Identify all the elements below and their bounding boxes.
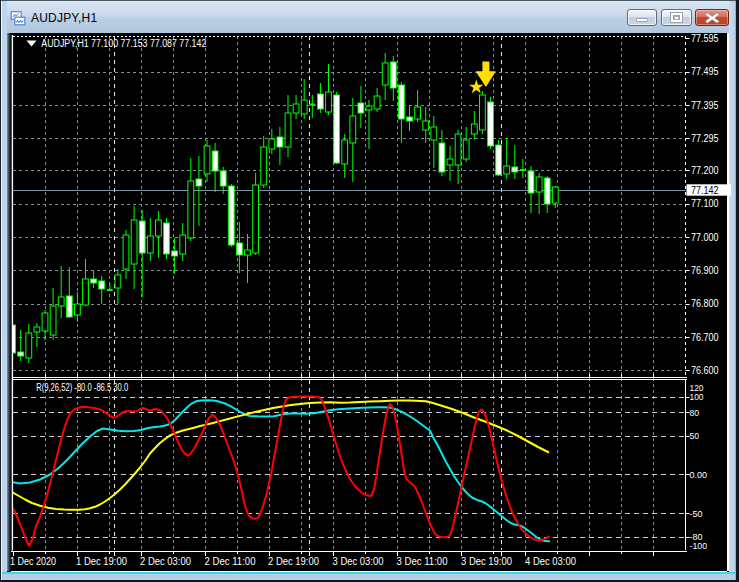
svg-text:-50: -50 (690, 508, 703, 519)
svg-text:77.000: 77.000 (691, 232, 719, 243)
svg-text:2 Dec 11:00: 2 Dec 11:00 (205, 556, 256, 567)
svg-text:76.800: 76.800 (691, 298, 719, 309)
svg-text:R(9,26,52) -80.0 -86.5 30.0: R(9,26,52) -80.0 -86.5 30.0 (36, 382, 128, 393)
svg-text:3 Dec 19:00: 3 Dec 19:00 (461, 556, 512, 567)
svg-text:77.595: 77.595 (691, 33, 719, 44)
svg-text:77.395: 77.395 (691, 100, 719, 111)
svg-text:77.142: 77.142 (691, 185, 719, 196)
svg-text:77.100: 77.100 (691, 198, 719, 209)
svg-text:1 Dec 2020: 1 Dec 2020 (10, 556, 56, 567)
svg-text:76.600: 76.600 (691, 365, 719, 376)
svg-text:76.900: 76.900 (691, 265, 719, 276)
svg-text:77.200: 77.200 (691, 165, 719, 176)
svg-text:3 Dec 03:00: 3 Dec 03:00 (333, 556, 384, 567)
svg-text:50: 50 (690, 430, 700, 441)
svg-text:1 Dec 19:00: 1 Dec 19:00 (76, 556, 127, 567)
svg-text:4 Dec 03:00: 4 Dec 03:00 (525, 556, 576, 567)
svg-text:77.495: 77.495 (691, 66, 719, 77)
svg-text:AUDJPY,H1 77.100 77.153 77.08: AUDJPY,H1 77.100 77.153 77.087 77.142 (41, 38, 206, 49)
svg-text:76.700: 76.700 (691, 332, 719, 343)
svg-text:2 Dec 03:00: 2 Dec 03:00 (140, 556, 191, 567)
svg-text:2 Dec 19:00: 2 Dec 19:00 (268, 556, 319, 567)
svg-text:80: 80 (690, 407, 700, 418)
svg-text:3 Dec 11:00: 3 Dec 11:00 (397, 556, 448, 567)
svg-text:-100: -100 (690, 540, 708, 551)
svg-text:100: 100 (690, 391, 704, 402)
svg-text:0.00: 0.00 (690, 469, 708, 480)
svg-text:77.295: 77.295 (691, 133, 719, 144)
